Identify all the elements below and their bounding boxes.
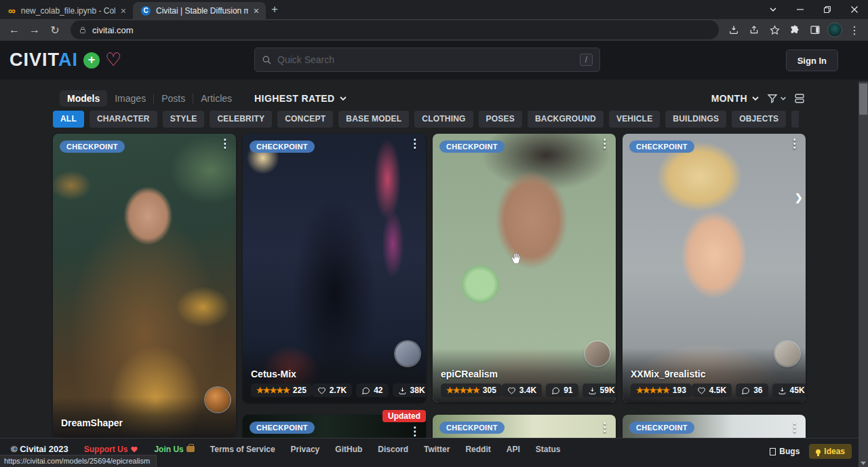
chevron-down-icon [780,95,787,102]
status-link[interactable]: Status [536,445,561,454]
api-link[interactable]: API [507,445,520,454]
privacy-link[interactable]: Privacy [291,445,320,454]
model-card-partial[interactable]: Updated CHECKPOINT ⋮ [243,415,426,438]
rating-count: 305 [483,386,496,395]
tab-close-icon[interactable]: × [121,5,126,16]
github-link[interactable]: GitHub [335,445,362,454]
main-content: Models Images Posts Articles HIGHEST RAT… [0,79,868,438]
creator-avatar[interactable] [205,388,230,412]
category-chip[interactable]: BASE MODEL [338,111,409,128]
tab-search-chevron-icon[interactable] [760,0,787,19]
tab-colab[interactable]: ∞ new_colab_file.ipynb - Colaborat × [0,2,133,19]
card-stats: ★★★★★ 193 4.5K [631,384,797,397]
layout-toggle[interactable] [793,92,806,105]
profile-avatar[interactable] [827,22,842,37]
category-chip[interactable]: OBJECTS [732,111,786,128]
model-card-dreamshaper[interactable]: CHECKPOINT ⋮ DreamShaper [53,134,236,438]
ideas-button[interactable]: Ideas [809,444,852,459]
period-dropdown[interactable]: MONTH [711,93,760,104]
terms-link[interactable]: Terms of Service [210,445,275,454]
scrollbar-thumb[interactable] [859,83,867,115]
card-menu-icon[interactable]: ⋮ [409,138,420,149]
model-card-epicrealism[interactable]: CHECKPOINT ⋮ epiCRealism ★★★★★ 305 [433,134,616,403]
metric-pills: 2.7K 42 38K [312,384,426,397]
back-button[interactable]: ← [5,21,23,39]
download-icon [398,386,407,395]
comments-count: 91 [564,386,572,395]
card-menu-icon[interactable]: ⋮ [789,422,800,433]
install-icon[interactable] [726,22,742,38]
sign-in-button[interactable]: Sign In [786,50,838,71]
support-us-link[interactable]: Support Us [84,445,139,454]
model-card-cetus-mix[interactable]: CHECKPOINT ⋮ Cetus-Mix ★★★★★ 225 [243,134,426,403]
restore-button[interactable] [814,0,841,19]
search-input[interactable] [277,54,574,65]
new-tab-button[interactable]: + [271,3,278,16]
bugs-button[interactable]: Bugs [770,447,800,456]
tab-close-icon[interactable]: × [254,5,259,16]
category-chip[interactable]: VEHICLE [609,111,660,128]
join-us-link[interactable]: Join Us [154,445,194,454]
category-chip[interactable]: POSES [479,111,522,128]
reddit-link[interactable]: Reddit [465,445,490,454]
filter-dropdown[interactable] [766,92,787,105]
category-chip[interactable]: CHARACTER [90,111,157,128]
rating-pill: ★★★★★ 225 [251,384,312,397]
tab-models[interactable]: Models [60,90,107,107]
creator-avatar[interactable] [585,341,610,366]
category-chip[interactable]: ANIMAL [791,111,799,128]
forward-button[interactable]: → [26,21,43,39]
lock-icon [79,26,87,35]
browser-menu-icon[interactable]: ⋮ [846,22,863,38]
category-chip[interactable]: CLOTHING [414,111,473,128]
likes-count: 3.4K [519,386,536,395]
create-plus-icon[interactable]: + [83,52,100,69]
page-scrollbar[interactable] [859,81,868,467]
discord-link[interactable]: Discord [378,445,408,454]
comments-pill: 36 [736,384,768,397]
close-button[interactable] [841,0,868,19]
card-menu-icon[interactable]: ⋮ [599,422,610,433]
bookmark-star-icon[interactable] [766,22,783,38]
minimize-button[interactable] [787,0,814,19]
favorites-heart-icon[interactable]: ♡ [105,51,121,69]
chips-scroll-right-icon[interactable]: ❯ [795,192,803,203]
model-card-xxmix[interactable]: CHECKPOINT ⋮ XXMix_9realistic ★★★★★ 193 [623,134,806,403]
briefcase-icon [186,446,195,452]
bug-icon [770,448,776,455]
category-chip-all[interactable]: ALL [53,111,84,128]
card-menu-icon[interactable]: ⋮ [219,138,231,149]
reload-button[interactable]: ↻ [46,21,64,39]
rating-pill: ★★★★★ 305 [441,384,502,397]
tab-posts[interactable]: Posts [154,90,193,107]
side-panel-icon[interactable] [807,22,823,38]
category-chip[interactable]: CONCEPT [277,111,333,128]
address-bar[interactable]: civitai.com [71,20,719,39]
sort-dropdown[interactable]: HIGHEST RATED [254,93,347,104]
share-icon[interactable] [746,22,762,38]
category-chip[interactable]: BACKGROUND [528,111,604,128]
extensions-icon[interactable] [787,22,803,38]
scrollbar-down-arrow-icon[interactable] [861,462,866,465]
civitai-logo[interactable]: CIVITAI + ♡ [9,50,121,71]
tab-images[interactable]: Images [107,90,153,107]
downloads-count: 45K [790,386,805,395]
creator-avatar[interactable] [775,341,800,366]
category-chip[interactable]: STYLE [163,111,205,128]
card-menu-icon[interactable]: ⋮ [409,426,420,437]
browser-toolbar: ← → ↻ civitai.com ⋮ [0,19,868,41]
quick-search[interactable]: / [254,48,600,72]
model-card-partial[interactable]: CHECKPOINT ⋮ [433,415,616,438]
colab-icon: ∞ [8,5,16,16]
card-menu-icon[interactable]: ⋮ [789,138,800,149]
twitter-link[interactable]: Twitter [424,445,450,454]
tab-articles[interactable]: Articles [193,90,239,107]
tab-civitai[interactable]: C Civitai | Stable Diffusion models, × [133,2,266,19]
card-menu-icon[interactable]: ⋮ [599,138,610,149]
copyright-text: © Civitai 2023 [11,444,68,454]
creator-avatar[interactable] [395,341,420,366]
category-chip[interactable]: CELEBRITY [210,111,272,128]
model-card-partial[interactable]: CHECKPOINT ⋮ [623,415,806,438]
rating-count: 193 [673,386,686,395]
category-chip[interactable]: BUILDINGS [665,111,726,128]
